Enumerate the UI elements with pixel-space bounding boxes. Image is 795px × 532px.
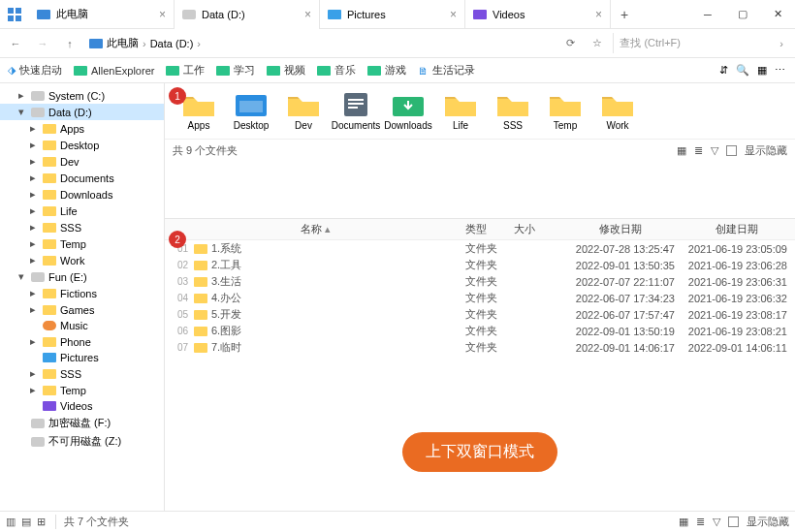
bookmark-item[interactable]: 视频: [263, 61, 309, 79]
tab-close-icon[interactable]: ×: [595, 8, 602, 21]
view-toggle-1[interactable]: ▥: [6, 516, 16, 528]
tree-item[interactable]: ▸ Games: [0, 301, 164, 318]
tree-expander[interactable]: ▸: [27, 122, 39, 135]
folder-icon-cell[interactable]: Temp: [539, 89, 591, 133]
tree-item[interactable]: ▸ Apps: [0, 120, 164, 137]
bookmark-item[interactable]: ⬗快速启动: [4, 61, 66, 79]
search-icon[interactable]: 🔍: [736, 64, 749, 77]
breadcrumb-1[interactable]: Data (D:): [150, 38, 194, 49]
col-name[interactable]: 名称 ▴: [165, 222, 465, 236]
tab-close-icon[interactable]: ×: [159, 8, 166, 21]
tree-expander[interactable]: ▸: [27, 172, 39, 184]
tree-expander[interactable]: ▸: [27, 237, 39, 250]
tree-expander[interactable]: ▸: [27, 155, 39, 168]
view-grid-icon[interactable]: ▦: [677, 144, 686, 157]
tree-expander[interactable]: ▸: [27, 254, 39, 266]
tree-item[interactable]: ▸ Temp: [0, 382, 164, 398]
tree-expander[interactable]: ▸: [27, 139, 39, 151]
table-row[interactable]: 03 3.生活 文件夹 2022-07-07 22:11:07 2021-06-…: [165, 273, 795, 290]
tree-item[interactable]: ▸ SSS: [0, 365, 164, 382]
bookmark-item[interactable]: 学习: [212, 61, 259, 79]
bookmark-item[interactable]: 🗎生活记录: [414, 61, 479, 79]
tree-item[interactable]: ▸ Desktop: [0, 137, 164, 153]
tree-item[interactable]: 不可用磁盘 (Z:): [0, 432, 164, 451]
tree-item[interactable]: ▸ Phone: [0, 333, 164, 350]
table-row[interactable]: 04 4.办公 文件夹 2022-06-07 17:34:23 2021-06-…: [165, 290, 795, 306]
folder-icon-cell[interactable]: Documents: [330, 89, 382, 133]
star-button[interactable]: ☆: [586, 32, 609, 55]
col-mod[interactable]: 修改日期: [562, 222, 679, 236]
dualpane-icon[interactable]: ⇵: [719, 64, 728, 77]
tab[interactable]: Data (D:) ×: [175, 0, 320, 29]
address-bar[interactable]: 此电脑 › Data (D:) ›: [85, 36, 555, 50]
up-button[interactable]: ↑: [58, 32, 81, 55]
table-row[interactable]: 02 2.工具 文件夹 2022-09-01 13:50:35 2021-06-…: [165, 257, 795, 273]
table-row[interactable]: 07 7.临时 文件夹 2022-09-01 14:06:17 2022-09-…: [165, 339, 795, 356]
view-list-icon[interactable]: ≣: [694, 144, 703, 157]
bookmark-item[interactable]: 游戏: [364, 61, 410, 79]
tab[interactable]: Pictures ×: [320, 0, 465, 29]
back-button[interactable]: ←: [4, 32, 27, 55]
col-create[interactable]: 创建日期: [679, 222, 795, 236]
folder-icon-cell[interactable]: SSS: [487, 89, 539, 133]
tree-item[interactable]: ▸ Fictions: [0, 285, 164, 301]
table-row[interactable]: 01 1.系统 文件夹 2022-07-28 13:25:47 2021-06-…: [165, 240, 795, 257]
tree-expander[interactable]: ▸: [27, 188, 39, 201]
tree-item[interactable]: 加密磁盘 (F:): [0, 414, 164, 432]
filter-icon[interactable]: ▽: [711, 144, 718, 157]
folder-icon-cell[interactable]: Life: [434, 89, 487, 133]
view-list-icon[interactable]: ≣: [696, 516, 705, 528]
tree-item[interactable]: Videos: [0, 398, 164, 414]
search-input[interactable]: 查找 (Ctrl+F): [613, 33, 768, 53]
folder-icon-cell[interactable]: Work: [591, 89, 644, 133]
show-hidden-checkbox[interactable]: [728, 516, 739, 527]
tree-item[interactable]: ▸ SSS: [0, 219, 164, 235]
view-grid-icon[interactable]: ▦: [679, 516, 688, 528]
expand-button[interactable]: ›: [772, 38, 791, 49]
refresh-button[interactable]: ⟳: [558, 32, 582, 55]
tree-expander[interactable]: ▸: [27, 204, 39, 217]
icon-grid[interactable]: Apps Desktop Dev Documents Downloads Lif…: [165, 83, 795, 139]
view-toggle-2[interactable]: ▤: [21, 516, 31, 528]
tree-expander[interactable]: ▸: [27, 287, 39, 299]
tree-expander[interactable]: ▸: [27, 367, 39, 380]
folder-icon-cell[interactable]: Desktop: [225, 89, 277, 133]
col-size[interactable]: 大小: [514, 222, 562, 236]
more-icon[interactable]: ⋯: [775, 64, 785, 77]
tree-expander[interactable]: ▸: [16, 89, 27, 102]
tree-expander[interactable]: ▸: [27, 335, 39, 348]
folder-icon-cell[interactable]: Downloads: [382, 89, 434, 133]
table-row[interactable]: 06 6.图影 文件夹 2022-09-01 13:50:19 2021-06-…: [165, 323, 795, 339]
tree-item[interactable]: Pictures: [0, 350, 164, 365]
tree-item[interactable]: ▸ Life: [0, 203, 164, 219]
tree-expander[interactable]: ▾: [16, 106, 27, 118]
bookmark-item[interactable]: 工作: [162, 61, 208, 79]
table-row[interactable]: 05 5.开发 文件夹 2022-06-07 17:57:47 2021-06-…: [165, 306, 795, 323]
filter-icon[interactable]: ▽: [713, 516, 720, 528]
tree-item[interactable]: Music: [0, 318, 164, 333]
minimize-button[interactable]: ─: [690, 0, 725, 29]
tree-item[interactable]: ▸ Work: [0, 252, 164, 268]
maximize-button[interactable]: ▢: [725, 0, 760, 29]
tree-item[interactable]: ▾ Data (D:): [0, 104, 164, 120]
tree-item[interactable]: ▾ Fun (E:): [0, 268, 164, 285]
tree-expander[interactable]: ▾: [16, 270, 27, 283]
folder-icon-cell[interactable]: Dev: [277, 89, 330, 133]
tree-item[interactable]: ▸ System (C:): [0, 87, 164, 104]
forward-button[interactable]: →: [31, 32, 54, 55]
tree-expander[interactable]: ▸: [27, 384, 39, 396]
tab[interactable]: Videos ×: [465, 0, 611, 29]
tab-close-icon[interactable]: ×: [450, 8, 457, 21]
layout-icon[interactable]: ▦: [757, 64, 767, 77]
list-header[interactable]: 2 名称 ▴ 类型 大小 修改日期 创建日期: [165, 219, 795, 240]
new-tab-button[interactable]: +: [611, 7, 638, 22]
tree-expander[interactable]: ▸: [27, 221, 39, 234]
tree-expander[interactable]: ▸: [27, 303, 39, 316]
tree-item[interactable]: ▸ Temp: [0, 235, 164, 252]
breadcrumb-0[interactable]: 此电脑: [107, 36, 139, 50]
win-start[interactable]: [0, 0, 29, 29]
bookmark-item[interactable]: 音乐: [313, 61, 360, 79]
tree-item[interactable]: ▸ Dev: [0, 153, 164, 170]
bookmark-item[interactable]: AllenExplorer: [70, 61, 158, 79]
show-hidden-checkbox[interactable]: [726, 145, 737, 156]
